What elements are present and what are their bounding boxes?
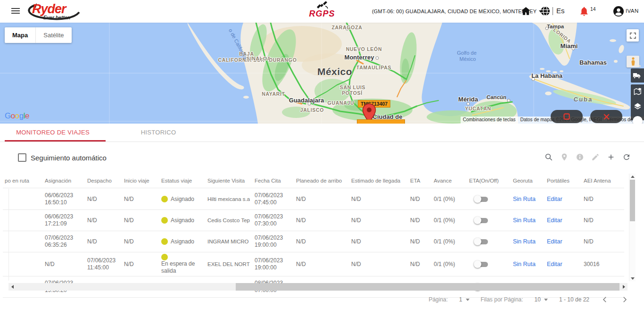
cell-text: Cedis Costco Tepeji — [207, 217, 250, 224]
vertical-scroll-thumb[interactable] — [630, 180, 635, 221]
previous-page-button[interactable] — [601, 295, 609, 304]
table-row: 06/06/2023 17:21:09N/DN/DAsignadoCedis C… — [3, 210, 624, 231]
eta-toggle[interactable] — [474, 260, 489, 268]
pegman-control[interactable] — [627, 56, 639, 67]
cell-text: N/D — [351, 217, 361, 224]
georuta-link[interactable]: Sin Ruta — [513, 238, 536, 245]
frozen-column-divider — [8, 189, 9, 281]
column-header: Despacho — [85, 174, 122, 188]
pagination: Página: 1 Filas por Página: 10 1 - 10 de… — [429, 295, 629, 304]
refresh-icon[interactable] — [622, 153, 631, 161]
app: Ryder Ever better. RGPS (GMT-06: 00) GUA… — [0, 0, 644, 309]
georuta-link[interactable]: Sin Ruta — [513, 196, 536, 203]
cell-aei_antena: N/D — [582, 189, 624, 209]
map-canvas[interactable] — [0, 23, 644, 124]
layers-icon[interactable] — [633, 102, 642, 111]
eta-toggle[interactable] — [474, 238, 489, 245]
cell-asignacion: 06/06/2023 17:21:09 — [43, 210, 85, 231]
column-header: Estatus viaje — [159, 174, 206, 188]
portatiles-link[interactable]: Editar — [547, 196, 562, 203]
vehicle-marker-label-partial[interactable] — [357, 119, 405, 124]
chevron-left-icon — [601, 295, 609, 304]
close-map-tool-button[interactable] — [590, 110, 622, 123]
portatiles-link[interactable]: Editar — [547, 261, 562, 268]
column-header: AEI Antena — [582, 174, 624, 188]
next-page-button[interactable] — [620, 295, 629, 304]
rows-per-page-select[interactable]: 10 — [535, 296, 548, 303]
cell-estatus: Asignado — [159, 189, 206, 209]
chevron-right-icon — [620, 295, 629, 304]
map-view-button[interactable]: Mapa — [5, 27, 35, 43]
cell-text: 0/1 (0%) — [434, 261, 455, 268]
home-icon[interactable] — [520, 6, 531, 17]
horizontal-scrollbar[interactable] — [8, 283, 627, 291]
georuta-link[interactable]: Sin Ruta — [513, 217, 536, 224]
auto-follow-checkbox[interactable] — [18, 153, 26, 162]
cell-georuta: Sin Ruta — [511, 231, 545, 252]
map-location-icon[interactable] — [633, 87, 642, 96]
scroll-left-arrow[interactable] — [8, 283, 16, 291]
bell-icon[interactable] — [579, 6, 589, 17]
map-type-control: Mapa Satélite — [5, 27, 72, 43]
google-logo[interactable]: Google — [5, 111, 29, 121]
cell-text: N/D — [351, 261, 361, 268]
cell-georuta: Sin Ruta — [511, 189, 545, 209]
page-label: Página: — [429, 296, 448, 303]
eta-toggle[interactable] — [474, 195, 489, 203]
pegman-icon — [630, 57, 636, 67]
map[interactable]: ZARAGOZANUEVO LEÓNMonterreyBAJACALIFORNI… — [0, 23, 644, 124]
portatiles-link[interactable]: Editar — [547, 217, 562, 224]
location-pin-icon[interactable] — [560, 153, 569, 161]
range-text: 1 - 10 de 22 — [559, 296, 589, 303]
user-avatar-icon[interactable] — [613, 6, 624, 17]
page-value: 1 — [459, 296, 462, 303]
rgps-wordmark: RGPS — [309, 9, 335, 18]
add-icon[interactable] — [607, 153, 615, 161]
column-header: Inicio viaje — [122, 174, 159, 188]
cell-estatus: En espera de salida — [159, 252, 206, 276]
cell-text: N/D — [296, 238, 306, 245]
portatiles-link[interactable]: Editar — [547, 238, 562, 245]
fullscreen-button[interactable] — [627, 29, 639, 42]
ryder-logo: Ryder Ever better. — [25, 1, 83, 22]
cell-georuta: Sin Ruta — [511, 252, 545, 276]
cell-estimado_llegada: N/D — [349, 231, 408, 252]
cell-eta: N/D — [408, 189, 432, 209]
vertical-scrollbar[interactable] — [629, 174, 636, 281]
tab-historico[interactable]: HISTORICO — [106, 124, 211, 142]
cell-text: N/D — [87, 238, 97, 245]
cell-text: 0/1 (0%) — [434, 238, 455, 245]
fullscreen-icon — [629, 32, 636, 39]
map-float-button[interactable] — [633, 116, 643, 124]
scroll-up-arrow[interactable] — [629, 174, 636, 179]
status-text: En espera de salida — [161, 260, 203, 275]
language-selector[interactable]: Es — [556, 7, 565, 15]
georuta-link[interactable]: Sin Ruta — [513, 261, 536, 268]
cell-despacho: N/D — [85, 231, 122, 252]
keyboard-shortcuts-link[interactable]: Combinaciones de teclas — [461, 117, 518, 124]
truck-icon[interactable] — [633, 72, 642, 79]
edit-icon[interactable] — [591, 153, 600, 161]
cell-despacho: 07/06/2023 11:45:00 — [85, 252, 122, 276]
scroll-down-arrow[interactable] — [629, 276, 636, 281]
menu-icon[interactable] — [11, 8, 20, 15]
search-icon[interactable] — [545, 153, 553, 161]
satellite-view-button[interactable]: Satélite — [35, 27, 71, 43]
tab-monitoreo-de-viajes[interactable]: MONITOREO DE VIAJES — [0, 124, 106, 142]
cell-portatiles: Editar — [545, 252, 582, 276]
cell-text: 07/06/2023 06:35:26 — [45, 234, 83, 249]
cell-text: N/D — [45, 261, 55, 268]
scroll-right-arrow[interactable] — [620, 283, 627, 291]
page-select[interactable]: 1 — [459, 296, 470, 303]
draw-region-button[interactable] — [551, 110, 583, 123]
cell-fecha_cita: 07/06/2023 07:45:00 — [253, 189, 294, 209]
horizontal-scroll-thumb[interactable] — [236, 283, 619, 291]
cell-asignacion: N/D — [43, 252, 85, 276]
cell-portatiles: Editar — [545, 210, 582, 231]
timezone-selector[interactable]: (GMT-06: 00) GUADALAJARA, CIUDAD DE MÉXI… — [372, 8, 543, 14]
eta-toggle[interactable] — [474, 217, 489, 224]
cell-fecha_cita: 07/06/2023 19:00:00 — [253, 231, 294, 252]
globe-icon[interactable] — [540, 6, 551, 17]
info-icon[interactable] — [576, 153, 584, 161]
cell-asignacion: 06/06/2023 16:50:10 — [43, 189, 85, 209]
